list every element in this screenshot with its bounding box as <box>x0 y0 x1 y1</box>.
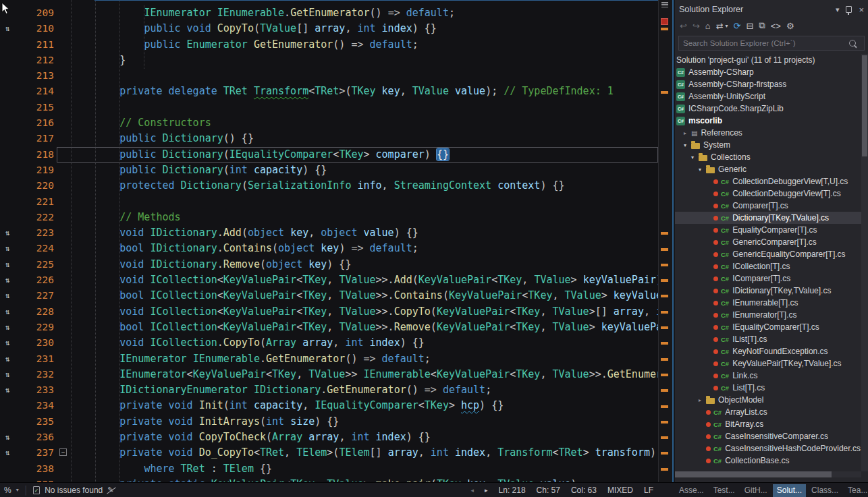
tree-item-objectmodel[interactable]: ▸ObjectModel <box>675 394 861 406</box>
tree-item-genericcomparer-t-cs[interactable]: C#GenericComparer[T].cs <box>675 236 861 248</box>
pin-icon[interactable] <box>846 6 852 13</box>
document-health-icon[interactable]: ✓ <box>33 486 40 494</box>
collapsed-arrow-icon[interactable]: ▸ <box>684 130 691 136</box>
expanded-arrow-icon[interactable]: ▾ <box>691 154 699 160</box>
scroll-thumb[interactable] <box>675 471 832 477</box>
editor-scrollbar[interactable] <box>658 0 670 482</box>
scroll-left-icon[interactable]: ◂ <box>470 487 474 494</box>
tree-item-icomparer-t-cs[interactable]: C#IComparer[T].cs <box>675 272 861 285</box>
tree-item-collectionbase-cs[interactable]: C#CollectionBase.cs <box>675 455 861 467</box>
expanded-arrow-icon[interactable]: ▾ <box>684 142 691 148</box>
gutter-arrows-icon[interactable]: ⇅ <box>0 225 15 241</box>
tree-item-system[interactable]: ▾System <box>675 139 861 151</box>
tree-item-bitarray-cs[interactable]: C#BitArray.cs <box>675 418 861 430</box>
tree-item-ienumerable-t-cs[interactable]: C#IEnumerable[T].cs <box>675 297 861 309</box>
tool-tab-class[interactable]: Class... <box>807 484 842 497</box>
code-line-224[interactable]: ⇅224 bool IDictionary.Contains(object ke… <box>0 241 658 256</box>
tree-item-ilist-t-cs[interactable]: C#IList[T].cs <box>675 333 861 345</box>
code-line-239[interactable]: 239 private static KeyValuePair<TKey, TV… <box>0 477 658 482</box>
tree-item-references[interactable]: ▸▤References <box>675 127 861 139</box>
tree-item-collections[interactable]: ▾Collections <box>675 151 861 163</box>
code-line-233[interactable]: ⇅233 IDictionaryEnumerator IDictionary.G… <box>0 382 658 398</box>
code-line-218[interactable]: 218 public Dictionary(IEqualityComparer<… <box>0 147 658 163</box>
code-line-238[interactable]: 238 where TRet : TElem {} <box>0 461 658 477</box>
code-line-229[interactable]: ⇅229 bool ICollection<KeyValuePair<TKey,… <box>0 320 658 335</box>
search-input[interactable] <box>679 39 849 47</box>
collapse-all-button[interactable]: ⊟ <box>747 21 754 31</box>
fold-collapse-icon[interactable]: − <box>59 448 67 456</box>
code-line-217[interactable]: 217 public Dictionary() {} <box>0 131 658 146</box>
panel-splitter[interactable] <box>670 0 675 482</box>
copy-button[interactable]: ⧉ <box>759 20 765 31</box>
code-line-236[interactable]: ⇅236 private void CopyToCheck(Array arra… <box>0 430 658 445</box>
line-indicator[interactable]: Ln: 218 <box>499 486 526 495</box>
tree-item-idictionary-tkey-tvalue-cs[interactable]: C#IDictionary[TKey,TValue].cs <box>675 285 861 297</box>
encoding-indicator[interactable]: MIXED <box>607 486 633 495</box>
code-line-216[interactable]: 216 // Constructors <box>0 115 658 131</box>
issues-status[interactable]: No issues found <box>45 486 103 495</box>
expanded-arrow-icon[interactable]: ▾ <box>699 167 706 173</box>
gutter-arrows-icon[interactable]: ⇅ <box>0 272 15 288</box>
tree-item-link-cs[interactable]: C#Link.cs <box>675 370 861 382</box>
column-indicator[interactable]: Col: 63 <box>571 486 597 495</box>
gutter-arrows-icon[interactable]: ⇅ <box>0 445 15 461</box>
code-editor[interactable]: 209 IEnumerator IEnumerable.GetEnumerato… <box>0 0 658 482</box>
char-indicator[interactable]: Ch: 57 <box>537 486 560 495</box>
tree-item-keyvaluepair-tkey-tvalue-cs[interactable]: C#KeyValuePair[TKey,TValue].cs <box>675 357 861 370</box>
code-line-232[interactable]: ⇅232 IEnumerator<KeyValuePair<TKey, TVal… <box>0 367 658 382</box>
tree-item-generic[interactable]: ▾Generic <box>675 163 861 175</box>
gutter-arrows-icon[interactable]: ⇅ <box>0 351 15 367</box>
line-ending-indicator[interactable]: LF <box>644 486 653 495</box>
tree-item-assembly-csharp-firstpass[interactable]: C#Assembly-CSharp-firstpass <box>675 78 861 90</box>
split-editor-handle-icon[interactable] <box>661 2 668 8</box>
tree-item-keynotfoundexception-cs[interactable]: C#KeyNotFoundException.cs <box>675 345 861 357</box>
code-line-230[interactable]: ⇅230 void ICollection.CopyTo(Array array… <box>0 335 658 351</box>
home-button[interactable]: ⌂ <box>705 21 711 31</box>
tree-item-caseinsensitivecomparer-cs[interactable]: C#CaseInsensitiveComparer.cs <box>675 430 861 442</box>
code-line-212[interactable]: 212 } <box>0 53 658 68</box>
code-line-220[interactable]: 220 protected Dictionary(SerializationIn… <box>0 178 658 194</box>
code-line-234[interactable]: 234 private void Init(int capacity, IEqu… <box>0 398 658 413</box>
tree-item-assembly-csharp[interactable]: C#Assembly-CSharp <box>675 66 861 78</box>
tree-item-equalitycomparer-t-cs[interactable]: C#EqualityComparer[T].cs <box>675 224 861 236</box>
sync-with-active-document-button[interactable]: ⇄ <box>716 21 724 31</box>
tree-item-genericequalitycomparer-t-cs[interactable]: C#GenericEqualityComparer[T].cs <box>675 248 861 260</box>
code-line-231[interactable]: ⇅231 IEnumerator IEnumerable.GetEnumerat… <box>0 351 658 367</box>
settings-button[interactable]: ⚙ <box>786 21 794 31</box>
code-line-213[interactable]: 213 <box>0 68 658 84</box>
code-line-211[interactable]: 211 public Enumerator GetEnumerator() =>… <box>0 37 658 53</box>
tree-item-mscorlib[interactable]: C#mscorlib <box>675 115 861 127</box>
gutter-arrows-icon[interactable]: ⇅ <box>0 288 15 303</box>
tree-item-list-t-cs[interactable]: C#List[T].cs <box>675 382 861 394</box>
refresh-button[interactable]: ⟳ <box>734 21 741 31</box>
gutter-arrows-icon[interactable]: ⇅ <box>0 382 15 398</box>
gutter-arrows-icon[interactable]: ⇅ <box>0 335 15 351</box>
gutter-arrows-icon[interactable]: ⇅ <box>0 367 15 382</box>
solution-explorer-titlebar[interactable]: Solution Explorer ▾ × <box>675 0 868 18</box>
gutter-arrows-icon[interactable]: ⇅ <box>0 241 15 256</box>
view-code-button[interactable]: <> <box>771 21 781 31</box>
scroll-right-icon[interactable]: ▸ <box>485 487 488 494</box>
back-button[interactable]: ↩ <box>680 21 687 31</box>
tree-item-collectiondebuggerview-t-u-cs[interactable]: C#CollectionDebuggerView[T,U].cs <box>675 175 861 187</box>
gutter-arrows-icon[interactable]: ⇅ <box>0 320 15 335</box>
tree-item-caseinsensitivehashcodeprovider-cs[interactable]: C#CaseInsensitiveHashCodeProvider.cs <box>675 442 861 455</box>
tree-item-iequalitycomparer-t-cs[interactable]: C#IEqualityComparer[T].cs <box>675 321 861 333</box>
code-line-209[interactable]: 209 IEnumerator IEnumerable.GetEnumerato… <box>0 5 658 21</box>
code-line-235[interactable]: 235 private void InitArrays(int size) {} <box>0 414 658 430</box>
tree-item-collectiondebuggerview-t-cs[interactable]: C#CollectionDebuggerView[T].cs <box>675 187 861 200</box>
tree-horizontal-scrollbar[interactable] <box>675 471 861 477</box>
collapsed-arrow-icon[interactable]: ▸ <box>699 397 706 403</box>
code-line-227[interactable]: ⇅227 bool ICollection<KeyValuePair<TKey,… <box>0 288 658 303</box>
search-box[interactable] <box>678 36 865 51</box>
forward-button[interactable]: ↪ <box>693 21 700 31</box>
tree-vertical-scrollbar[interactable] <box>861 54 868 471</box>
gutter-arrows-icon[interactable]: ⇅ <box>0 304 15 320</box>
scroll-thumb[interactable] <box>862 55 867 156</box>
window-menu-icon[interactable]: ▾ <box>836 5 840 14</box>
code-line-225[interactable]: ⇅225 void IDictionary.Remove(object key)… <box>0 257 658 272</box>
tree-item-assembly-unityscript[interactable]: C#Assembly-UnityScript <box>675 90 861 103</box>
tree-item-solution-project-gui-11-of-11-projects[interactable]: Solution 'project-gui' (11 of 11 project… <box>675 54 861 66</box>
code-line-226[interactable]: ⇅226 void ICollection<KeyValuePair<TKey,… <box>0 272 658 288</box>
code-line-221[interactable]: 221 <box>0 194 658 210</box>
